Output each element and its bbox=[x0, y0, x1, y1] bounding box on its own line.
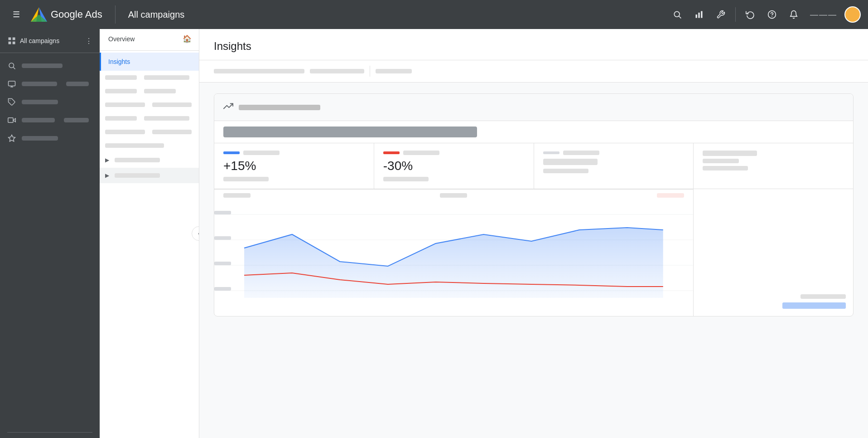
insights-card: +15% -30% bbox=[214, 93, 854, 316]
metric-sub-3 bbox=[543, 159, 598, 165]
tools-button[interactable] bbox=[712, 5, 730, 24]
secondary-sidebar-sub-5[interactable] bbox=[100, 125, 199, 139]
sub-item-5-label bbox=[105, 130, 145, 134]
side-bar bbox=[782, 302, 846, 309]
help-button[interactable] bbox=[763, 5, 781, 24]
metric-legend-1 bbox=[223, 151, 365, 155]
trend-icon bbox=[223, 101, 233, 113]
content-header: Insights bbox=[199, 29, 868, 60]
sub-item-2-label bbox=[105, 89, 137, 93]
sidebar-item-display[interactable] bbox=[0, 75, 100, 93]
search-button[interactable] bbox=[668, 5, 686, 24]
secondary-sidebar-sub-7[interactable]: ▶ bbox=[100, 152, 199, 168]
metric-cell-2: -30% bbox=[374, 143, 534, 189]
secondary-sidebar-sub-2[interactable] bbox=[100, 84, 199, 98]
home-icon: 🏠 bbox=[183, 34, 192, 43]
star-nav-icon bbox=[7, 134, 16, 143]
svg-rect-7 bbox=[701, 11, 702, 18]
username-label: ——— bbox=[810, 10, 837, 19]
svg-rect-16 bbox=[9, 81, 15, 86]
svg-rect-11 bbox=[13, 38, 15, 40]
user-avatar[interactable] bbox=[844, 6, 861, 23]
search-nav-icon bbox=[7, 61, 16, 70]
secondary-sidebar-sub-6[interactable] bbox=[100, 139, 199, 152]
google-ads-logo: Google Ads bbox=[31, 7, 102, 22]
filter-divider bbox=[370, 66, 370, 77]
sidebar-item-video[interactable] bbox=[0, 111, 100, 129]
svg-point-14 bbox=[9, 63, 14, 68]
secondary-sidebar-sub-1[interactable] bbox=[100, 71, 199, 84]
section-title: All campaigns bbox=[128, 10, 185, 20]
filter-bar bbox=[199, 60, 868, 83]
svg-rect-10 bbox=[9, 38, 11, 40]
y-label-3 bbox=[214, 262, 231, 265]
metric-cell-3 bbox=[534, 143, 694, 189]
sidebar-collapse-button[interactable]: ‹ bbox=[192, 226, 199, 241]
sidebar-item-labels[interactable] bbox=[0, 93, 100, 111]
svg-rect-6 bbox=[698, 13, 699, 18]
metric-legend-3 bbox=[543, 151, 685, 155]
sub-item-3-label bbox=[105, 102, 145, 107]
y-label-4 bbox=[214, 287, 231, 291]
page-title: Insights bbox=[214, 40, 854, 53]
metric-legend-2 bbox=[383, 151, 525, 155]
secondary-sidebar-sub-4[interactable] bbox=[100, 112, 199, 125]
svg-rect-21 bbox=[8, 118, 13, 123]
top-navigation: ☰ Google Ads All campaigns bbox=[0, 0, 868, 29]
overview-label: Overview bbox=[108, 35, 135, 43]
metric-sub-3b bbox=[543, 169, 588, 173]
svg-rect-13 bbox=[13, 42, 15, 44]
metric-sub-1 bbox=[223, 177, 269, 181]
metric-sub-2 bbox=[383, 177, 429, 181]
main-chart-svg bbox=[214, 189, 693, 316]
sidebar-label-4 bbox=[22, 118, 55, 122]
secondary-sidebar-item-insights[interactable]: Insights bbox=[100, 53, 199, 71]
sub-item-8-label bbox=[115, 173, 160, 178]
sidebar-label-4b bbox=[64, 118, 89, 122]
notifications-button[interactable] bbox=[785, 5, 803, 24]
card-header bbox=[214, 94, 853, 121]
sub-item-5-text bbox=[152, 130, 192, 134]
sub-item-1-label bbox=[105, 75, 137, 80]
metric-placeholder-4b bbox=[703, 159, 739, 163]
svg-rect-5 bbox=[696, 15, 697, 18]
secondary-sidebar-sub-8[interactable]: ▶ bbox=[100, 168, 199, 183]
svg-line-15 bbox=[13, 67, 15, 69]
insights-label: Insights bbox=[108, 58, 130, 65]
secondary-sidebar-sub-3[interactable] bbox=[100, 98, 199, 112]
card-subheader bbox=[214, 121, 853, 143]
secondary-sidebar-item-overview[interactable]: Overview 🏠 bbox=[100, 29, 199, 49]
expand-icon-7: ▶ bbox=[105, 157, 109, 163]
expand-icon-8: ▶ bbox=[105, 172, 109, 179]
hamburger-menu-button[interactable]: ☰ bbox=[7, 5, 25, 24]
refresh-button[interactable] bbox=[741, 5, 759, 24]
legend-text-3 bbox=[563, 151, 599, 155]
bell-icon bbox=[789, 10, 798, 19]
chart-area bbox=[214, 189, 853, 316]
side-chart-content bbox=[694, 189, 853, 316]
sidebar-label-3 bbox=[22, 100, 58, 104]
metric-cell-4 bbox=[694, 143, 853, 189]
legend-bar-red bbox=[383, 151, 400, 154]
search-icon bbox=[673, 10, 682, 19]
reports-button[interactable] bbox=[690, 5, 708, 24]
svg-point-3 bbox=[674, 11, 680, 17]
filter-placeholder-2 bbox=[310, 69, 364, 73]
legend-bar-gray bbox=[543, 151, 559, 154]
blue-area bbox=[244, 228, 663, 298]
metric-value-2: -30% bbox=[383, 159, 525, 173]
nav-divider bbox=[115, 5, 116, 24]
sub-item-1-text bbox=[144, 75, 189, 80]
main-content: Insights bbox=[199, 29, 868, 438]
kebab-icon[interactable]: ⋮ bbox=[85, 37, 92, 45]
svg-marker-20 bbox=[13, 118, 15, 122]
sidebar-bottom bbox=[0, 427, 100, 438]
sidebar-item-star[interactable] bbox=[0, 129, 100, 147]
sidebar-all-campaigns[interactable]: All campaigns ⋮ bbox=[0, 33, 100, 49]
sec-sidebar-divider-1 bbox=[100, 50, 199, 51]
sidebar-label-2b bbox=[66, 82, 89, 86]
grid-icon bbox=[7, 36, 16, 45]
sidebar-item-search[interactable] bbox=[0, 57, 100, 75]
all-campaigns-label: All campaigns bbox=[20, 37, 59, 44]
sidebar-label-5 bbox=[22, 136, 58, 141]
